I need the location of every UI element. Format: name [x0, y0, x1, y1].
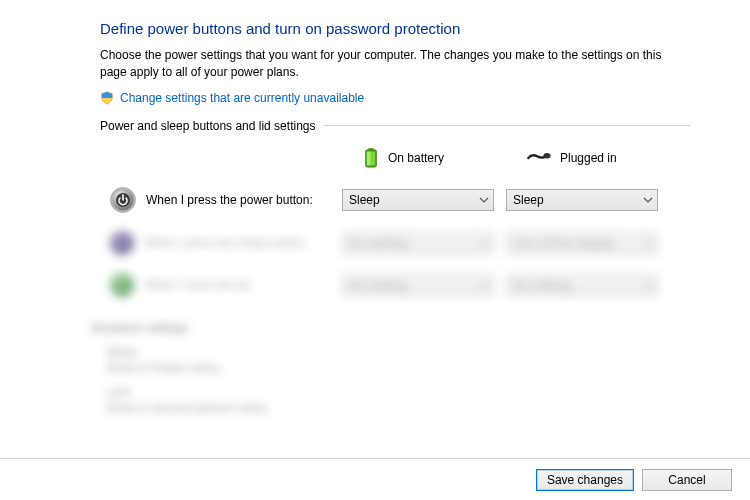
shield-icon — [100, 91, 114, 105]
svg-rect-5 — [550, 154, 552, 155]
sleep-button-plugged-select: Turn off the display — [506, 232, 658, 254]
power-button-battery-select[interactable]: Sleep — [342, 189, 494, 211]
close-lid-plugged-select: Do nothing — [506, 274, 658, 296]
close-lid-battery-select: Do nothing — [342, 274, 494, 296]
chevron-down-icon — [479, 195, 489, 205]
page-title: Define power buttons and turn on passwor… — [100, 20, 690, 37]
plug-icon — [526, 150, 552, 166]
row-sleep-button-label: When I press the sleep button: — [100, 231, 330, 255]
divider — [323, 125, 690, 126]
column-header-battery: On battery — [342, 147, 494, 169]
shutdown-settings-section: Shutdown settings Sleep Show in Power me… — [90, 321, 680, 415]
battery-icon — [362, 147, 380, 169]
power-button-plugged-select[interactable]: Sleep — [506, 189, 658, 211]
svg-rect-3 — [367, 151, 371, 165]
page-description: Choose the power settings that you want … — [100, 47, 690, 81]
section-header-text: Power and sleep buttons and lid settings — [100, 119, 315, 133]
section-header: Power and sleep buttons and lid settings — [100, 119, 690, 133]
column-header-plugged: Plugged in — [506, 150, 658, 166]
power-button-icon — [110, 187, 136, 213]
save-button[interactable]: Save changes — [536, 469, 634, 491]
admin-link-text[interactable]: Change settings that are currently unava… — [120, 91, 364, 105]
footer: Save changes Cancel — [0, 458, 750, 500]
svg-rect-6 — [550, 156, 552, 157]
sleep-button-battery-select: Do nothing — [342, 232, 494, 254]
chevron-down-icon — [643, 195, 653, 205]
svg-point-4 — [543, 153, 550, 158]
admin-link-row[interactable]: Change settings that are currently unava… — [100, 91, 690, 105]
row-power-button-label: When I press the power button: — [100, 187, 330, 213]
row-close-lid-label: When I close the lid: — [100, 273, 330, 297]
cancel-button[interactable]: Cancel — [642, 469, 732, 491]
